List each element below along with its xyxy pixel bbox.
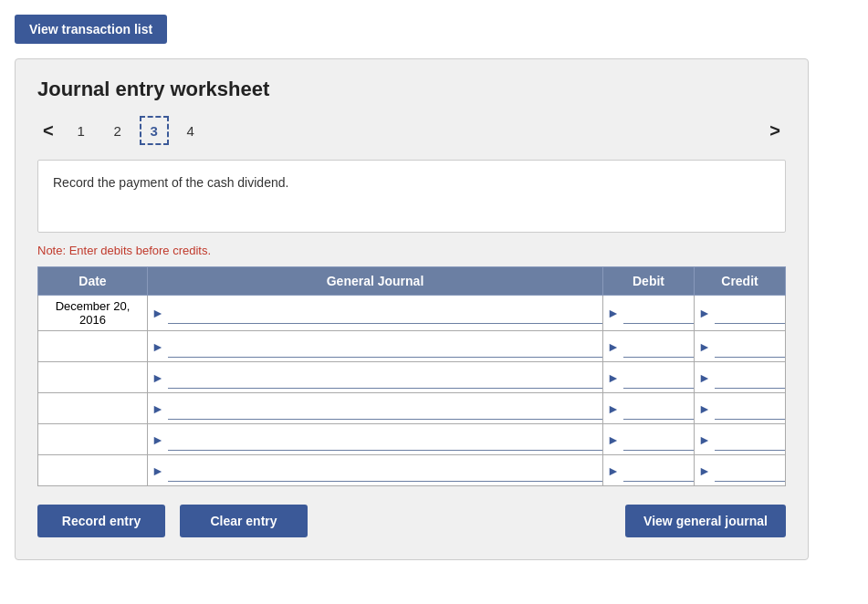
credit-cell-4[interactable]: ► <box>695 393 786 424</box>
credit-cell-3[interactable]: ► <box>695 362 786 393</box>
journal-cell-5[interactable]: ► <box>148 424 603 455</box>
step-nav: < 1 2 3 4 > <box>37 116 786 145</box>
instruction-text: Record the payment of the cash dividend. <box>53 175 288 190</box>
debit-cell-5[interactable]: ► <box>603 424 695 455</box>
credit-arrow-3: ► <box>695 370 715 385</box>
step-4[interactable]: 4 <box>176 116 205 145</box>
top-bar: View transaction list <box>15 15 853 44</box>
buttons-row: Record entry Clear entry View general jo… <box>37 505 786 537</box>
credit-cell-6[interactable]: ► <box>695 455 786 486</box>
step-1[interactable]: 1 <box>67 116 96 145</box>
col-header-journal: General Journal <box>148 267 603 296</box>
view-transaction-button[interactable]: View transaction list <box>15 15 167 44</box>
credit-arrow-1: ► <box>695 306 715 320</box>
date-cell-4 <box>38 393 148 424</box>
debit-cell-1[interactable]: ► <box>603 296 695 331</box>
credit-input-5[interactable] <box>715 429 785 450</box>
credit-cell-5[interactable]: ► <box>695 424 786 455</box>
arrow-icon-6: ► <box>148 463 168 478</box>
debit-cell-2[interactable]: ► <box>603 331 695 362</box>
view-general-journal-button[interactable]: View general journal <box>625 505 786 537</box>
col-header-date: Date <box>38 267 148 296</box>
date-cell-3 <box>38 362 148 393</box>
credit-input-6[interactable] <box>715 460 785 481</box>
worksheet-title: Journal entry worksheet <box>37 78 786 101</box>
debit-input-4[interactable] <box>623 398 694 419</box>
table-row: ► ► ► <box>38 424 786 455</box>
debit-arrow-6: ► <box>603 463 623 478</box>
date-cell-5 <box>38 424 148 455</box>
journal-input-1[interactable] <box>168 302 602 323</box>
date-cell-2 <box>38 331 148 362</box>
debit-cell-6[interactable]: ► <box>603 455 695 486</box>
table-row: ► ► ► <box>38 331 786 362</box>
note-text: Note: Enter debits before credits. <box>37 244 786 257</box>
table-row: ► ► ► <box>38 362 786 393</box>
journal-cell-4[interactable]: ► <box>148 393 603 424</box>
debit-arrow-1: ► <box>603 306 623 320</box>
credit-input-1[interactable] <box>715 302 785 323</box>
col-header-credit: Credit <box>695 267 786 296</box>
credit-arrow-6: ► <box>695 463 715 478</box>
instruction-box: Record the payment of the cash dividend. <box>37 160 786 233</box>
arrow-icon-1: ► <box>148 306 168 320</box>
journal-input-6[interactable] <box>168 460 602 481</box>
clear-entry-button[interactable]: Clear entry <box>180 505 308 537</box>
journal-table: Date General Journal Debit Credit Decemb… <box>37 266 786 486</box>
journal-cell-2[interactable]: ► <box>148 331 603 362</box>
journal-cell-3[interactable]: ► <box>148 362 603 393</box>
credit-cell-2[interactable]: ► <box>695 331 786 362</box>
debit-input-1[interactable] <box>623 302 694 323</box>
date-cell-6 <box>38 455 148 486</box>
col-header-debit: Debit <box>603 267 695 296</box>
arrow-icon-3: ► <box>148 370 168 385</box>
credit-input-2[interactable] <box>715 336 785 357</box>
table-row: ► ► ► <box>38 455 786 486</box>
step-3[interactable]: 3 <box>140 116 169 145</box>
debit-input-3[interactable] <box>623 367 694 388</box>
debit-input-6[interactable] <box>623 460 694 481</box>
credit-arrow-2: ► <box>695 339 715 354</box>
debit-arrow-2: ► <box>603 339 623 354</box>
debit-cell-3[interactable]: ► <box>603 362 695 393</box>
worksheet-container: Journal entry worksheet < 1 2 3 4 > Reco… <box>15 58 809 560</box>
table-row: December 20,2016 ► ► <box>38 296 786 331</box>
journal-cell-1[interactable]: ► <box>148 296 603 331</box>
arrow-icon-2: ► <box>148 339 168 354</box>
debit-input-5[interactable] <box>623 429 694 450</box>
journal-cell-6[interactable]: ► <box>148 455 603 486</box>
step-2[interactable]: 2 <box>103 116 132 145</box>
credit-cell-1[interactable]: ► <box>695 296 786 331</box>
debit-arrow-3: ► <box>603 370 623 385</box>
debit-input-2[interactable] <box>623 336 694 357</box>
journal-input-5[interactable] <box>168 429 602 450</box>
arrow-icon-4: ► <box>148 401 168 416</box>
journal-input-2[interactable] <box>168 336 602 357</box>
credit-input-4[interactable] <box>715 398 785 419</box>
date-cell-1: December 20,2016 <box>38 296 148 331</box>
prev-arrow[interactable]: < <box>37 119 59 143</box>
debit-arrow-4: ► <box>603 401 623 416</box>
record-entry-button[interactable]: Record entry <box>37 505 165 537</box>
credit-arrow-4: ► <box>695 401 715 416</box>
journal-input-3[interactable] <box>168 367 602 388</box>
debit-arrow-5: ► <box>603 432 623 447</box>
journal-input-4[interactable] <box>168 398 602 419</box>
arrow-icon-5: ► <box>148 432 168 447</box>
credit-input-3[interactable] <box>715 367 785 388</box>
credit-arrow-5: ► <box>695 432 715 447</box>
next-arrow[interactable]: > <box>764 119 786 143</box>
table-row: ► ► ► <box>38 393 786 424</box>
debit-cell-4[interactable]: ► <box>603 393 695 424</box>
